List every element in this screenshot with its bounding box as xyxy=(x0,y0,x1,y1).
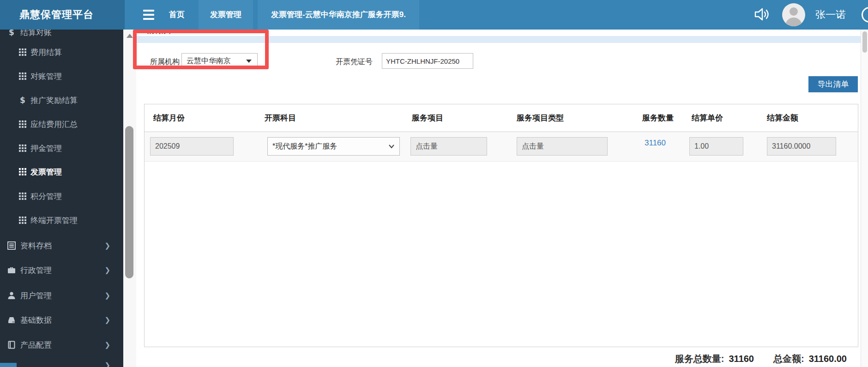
total-amount-label: 总金额: xyxy=(773,354,804,364)
voucher-label: 开票凭证号 xyxy=(336,57,373,67)
main-content: 结算清单 所属机构 云慧中华南京 开票凭证号 导出清单 结算月份 开票科目 服务… xyxy=(136,30,861,367)
total-qty-label: 服务总数量: xyxy=(675,354,724,364)
dollar-icon: $ xyxy=(6,30,17,37)
grid-icon xyxy=(18,72,27,80)
logout-icon[interactable] xyxy=(862,7,868,23)
settlement-table: 结算月份 开票科目 服务项目 服务项目类型 服务数量 结算单价 结算金额 *现代… xyxy=(144,104,858,347)
user-icon xyxy=(6,291,17,300)
table-header-row: 结算月份 开票科目 服务项目 服务项目类型 服务数量 结算单价 结算金额 xyxy=(145,104,858,132)
col-month: 结算月份 xyxy=(153,104,185,132)
caret-down-icon xyxy=(246,60,252,63)
sidebar-group-administration[interactable]: 行政管理 ❯ xyxy=(0,261,123,279)
sidebar-group-settlement[interactable]: $ 结算对账 xyxy=(0,30,123,42)
sidebar-item-points[interactable]: 积分管理 xyxy=(0,187,123,205)
sidebar-item-invoice[interactable]: 发票管理 xyxy=(0,162,123,181)
org-label: 所属机构 xyxy=(150,57,180,67)
sidebar-item-promo-reward[interactable]: $ 推广奖励结算 xyxy=(0,91,123,109)
sidebar-item-terminal-invoicing[interactable]: 终端开票管理 xyxy=(0,211,123,229)
sidebar-item-deposit[interactable]: 押金管理 xyxy=(0,139,123,157)
chevron-right-icon: ❯ xyxy=(104,291,110,300)
panel-divider-band xyxy=(136,36,861,43)
col-subject: 开票科目 xyxy=(265,104,296,132)
scroll-up-arrow-icon[interactable] xyxy=(127,34,133,38)
panel-title: 结算清单 xyxy=(144,30,236,36)
scrollbar-thumb[interactable] xyxy=(862,31,867,53)
grid-icon xyxy=(18,144,27,152)
page-scrollbar[interactable] xyxy=(861,30,868,367)
username[interactable]: 张一诺 xyxy=(815,0,846,30)
sidebar-group-users[interactable]: 用户管理 ❯ xyxy=(0,286,123,305)
unit-price-input[interactable] xyxy=(689,137,743,156)
chevron-right-icon: ❯ xyxy=(104,316,110,324)
sidebar-item-reconciliation[interactable]: 对账管理 xyxy=(0,67,123,85)
total-qty-value: 31160 xyxy=(729,354,754,364)
chevron-right-icon: ❯ xyxy=(104,241,110,250)
chevron-down-icon xyxy=(388,144,395,149)
database-icon xyxy=(6,315,17,325)
sidebar-group-product-config[interactable]: 产品配置 ❯ xyxy=(0,336,123,354)
nav-home[interactable]: 首页 xyxy=(169,0,185,30)
app-title: 鼎慧保管理平台 xyxy=(19,8,94,22)
sidebar-nav: $ 结算对账 费用结算 对账管理 $ 推广奖励结算 应结费用汇总 押金管理 发票… xyxy=(0,30,123,367)
grid-icon xyxy=(18,120,27,128)
service-input[interactable] xyxy=(410,137,487,156)
grid-icon xyxy=(18,193,27,200)
book-icon xyxy=(6,340,17,349)
chevron-right-icon: ❯ xyxy=(104,341,110,349)
archive-icon xyxy=(6,241,17,250)
dollar-icon: $ xyxy=(18,96,27,105)
col-amount: 结算金额 xyxy=(767,104,798,132)
export-list-button[interactable]: 导出清单 xyxy=(808,76,858,92)
col-unit-price: 结算单价 xyxy=(692,104,723,132)
chevron-right-icon: ❯ xyxy=(104,361,110,367)
subject-select[interactable]: *现代服务*推广服务 xyxy=(267,137,400,156)
tab-active-invoice-detail[interactable]: 发票管理-云慧中华南京推广服务开票9. xyxy=(258,0,419,30)
top-header: 鼎慧保管理平台 首页 发票管理 发票管理-云慧中华南京推广服务开票9. 张一诺 xyxy=(0,0,868,30)
totals-bar: 服务总数量:31160总金额:31160.00 xyxy=(675,353,847,365)
month-input[interactable] xyxy=(150,137,234,156)
grid-icon xyxy=(18,217,27,224)
sidebar-item-fee-settlement[interactable]: 费用结算 xyxy=(0,43,123,61)
org-dropdown[interactable]: 云慧中华南京 xyxy=(181,53,258,69)
sidebar-group-archives[interactable]: 资料存档 ❯ xyxy=(0,236,123,255)
table-row: *现代服务*推广服务 31160 xyxy=(145,132,858,162)
col-service-type: 服务项目类型 xyxy=(517,104,564,132)
amount-input[interactable] xyxy=(767,137,836,156)
col-service: 服务项目 xyxy=(412,104,443,132)
speaker-icon[interactable] xyxy=(754,7,770,23)
sidebar-partial-item xyxy=(0,363,17,367)
user-avatar[interactable] xyxy=(782,3,805,26)
scrollbar-thumb[interactable] xyxy=(125,126,133,278)
grid-icon xyxy=(18,48,27,56)
quantity-link[interactable]: 31160 xyxy=(645,138,666,148)
chevron-right-icon: ❯ xyxy=(104,266,110,274)
sidebar-scrollbar[interactable] xyxy=(123,30,136,367)
sidebar-group-base-data[interactable]: 基础数据 ❯ xyxy=(0,311,123,329)
col-quantity: 服务数量 xyxy=(642,104,674,132)
app-brand: 鼎慧保管理平台 xyxy=(0,0,125,30)
tab-invoice-management[interactable]: 发票管理 xyxy=(199,0,253,30)
hamburger-icon[interactable] xyxy=(143,10,154,20)
subject-select-value: *现代服务*推广服务 xyxy=(272,142,388,151)
grid-icon xyxy=(18,168,27,175)
briefcase-icon xyxy=(6,265,17,275)
org-dropdown-value: 云慧中华南京 xyxy=(187,56,246,66)
total-amount-value: 31160.00 xyxy=(809,354,847,364)
service-type-input[interactable] xyxy=(517,137,608,156)
sidebar-item-payable-summary[interactable]: 应结费用汇总 xyxy=(0,115,123,133)
voucher-input[interactable] xyxy=(382,53,473,69)
